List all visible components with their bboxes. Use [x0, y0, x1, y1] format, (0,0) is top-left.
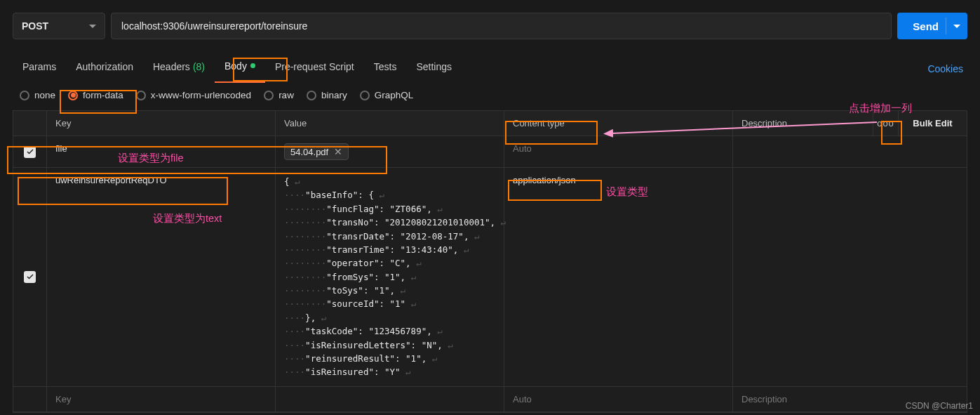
value-cell[interactable] [276, 387, 504, 411]
th-key: Key [47, 111, 276, 136]
file-chip[interactable]: 54.04.pdf ✕ [284, 143, 349, 160]
url-value: localhost:9306/uwreinsurereport/toreinsu… [121, 20, 307, 32]
tab-settings[interactable]: Settings [406, 55, 462, 82]
request-bar: POST localhost:9306/uwreinsurereport/tor… [0, 0, 980, 39]
request-tabs: Params Authorization Headers(8) Body Pre… [0, 55, 980, 83]
radio-icon [136, 91, 146, 100]
table-row: file 54.04.pdf ✕ Auto [13, 136, 967, 168]
radio-icon [68, 91, 78, 100]
description-cell[interactable] [733, 136, 967, 167]
radio-icon [360, 91, 370, 100]
cookies-link[interactable]: Cookies [927, 63, 967, 74]
formdata-table: Key Value Content type Description ooo B… [13, 110, 967, 413]
tab-tests[interactable]: Tests [364, 55, 407, 82]
row-checkbox[interactable] [13, 168, 47, 386]
divider [946, 18, 946, 34]
bulk-edit-button[interactable]: Bulk Edit [899, 111, 967, 136]
radio-icon [307, 91, 316, 100]
json-editor[interactable]: { ↵····"baseInfo": { ↵········"funcFlag"… [284, 175, 506, 379]
th-check [13, 111, 47, 136]
chevron-down-icon[interactable] [953, 25, 960, 28]
body-type-form-data[interactable]: form-data [68, 90, 123, 100]
value-cell[interactable]: 54.04.pdf ✕ [276, 136, 504, 167]
modified-dot-icon [250, 63, 255, 68]
checkbox-checked-icon [24, 146, 36, 158]
send-button[interactable]: Send [897, 13, 967, 39]
remove-file-icon[interactable]: ✕ [334, 146, 342, 157]
table-header-row: Key Value Content type Description ooo B… [13, 111, 967, 136]
body-type-radios: none form-data x-www-form-urlencoded raw… [0, 90, 980, 100]
http-method-select[interactable]: POST [13, 13, 105, 39]
send-label: Send [913, 20, 939, 32]
content-type-cell[interactable]: application/json [504, 168, 733, 386]
radio-icon [20, 91, 29, 100]
watermark: CSDN @Charter1 [906, 401, 973, 411]
key-cell[interactable]: Key [47, 387, 276, 411]
table-row: uwReinsureReportReqDTO { ↵····"baseInfo"… [13, 168, 967, 387]
row-checkbox[interactable] [13, 136, 47, 167]
body-type-none[interactable]: none [20, 90, 55, 100]
body-type-binary[interactable]: binary [307, 90, 347, 100]
file-name: 54.04.pdf [290, 147, 328, 157]
columns-menu-button[interactable]: ooo [873, 111, 899, 136]
th-value: Value [276, 111, 504, 136]
table-row-empty: Key Auto Description [13, 387, 967, 412]
tab-body[interactable]: Body [215, 55, 265, 83]
value-cell[interactable]: { ↵····"baseInfo": { ↵········"funcFlag"… [276, 168, 504, 386]
th-description: Description [733, 111, 873, 136]
description-cell[interactable] [733, 168, 967, 386]
tab-params[interactable]: Params [13, 55, 66, 82]
chevron-down-icon [89, 25, 96, 28]
checkbox-checked-icon [24, 271, 36, 283]
tab-headers[interactable]: Headers(8) [143, 55, 215, 82]
key-cell[interactable]: file [47, 136, 276, 167]
body-type-graphql[interactable]: GraphQL [360, 90, 414, 100]
tab-authorization[interactable]: Authorization [66, 55, 143, 82]
tab-prerequest[interactable]: Pre-request Script [265, 55, 364, 82]
row-checkbox[interactable] [13, 387, 47, 411]
th-content-type: Content type [504, 111, 733, 136]
key-cell[interactable]: uwReinsureReportReqDTO [47, 168, 276, 386]
content-type-cell[interactable]: Auto [504, 387, 733, 411]
body-type-raw[interactable]: raw [264, 90, 294, 100]
content-type-cell[interactable]: Auto [504, 136, 733, 167]
http-method-label: POST [22, 20, 48, 32]
url-input[interactable]: localhost:9306/uwreinsurereport/toreinsu… [111, 13, 892, 39]
radio-icon [264, 91, 274, 100]
body-type-urlencoded[interactable]: x-www-form-urlencoded [136, 90, 251, 100]
ellipsis-icon: ooo [877, 118, 894, 129]
